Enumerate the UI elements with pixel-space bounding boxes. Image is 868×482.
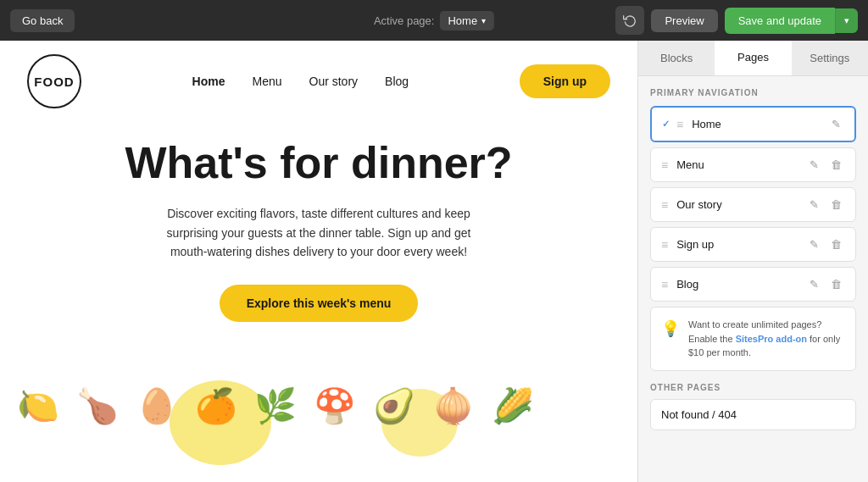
nav-item-home-label: Home bbox=[692, 118, 821, 130]
other-page-item-404[interactable]: Not found / 404 bbox=[650, 399, 856, 430]
site-signup-button[interactable]: Sign up bbox=[520, 64, 610, 98]
topbar-left: Go back bbox=[10, 9, 75, 32]
food-item-6: 🍄 bbox=[305, 363, 364, 448]
nav-item-home-wrapper: ✓ ≡ Home ✎ bbox=[650, 106, 856, 142]
nav-item-signup-label: Sign up bbox=[676, 238, 799, 251]
nav-item-menu-actions: ✎ 🗑 bbox=[806, 157, 845, 173]
drag-handle-home: ≡ bbox=[676, 118, 683, 131]
save-update-group: Save and update ▾ bbox=[725, 8, 858, 34]
panel-tabs: Blocks Pages Settings bbox=[638, 41, 868, 76]
tab-blocks[interactable]: Blocks bbox=[638, 41, 715, 75]
nav-item-blog-actions: ✎ 🗑 bbox=[806, 276, 845, 292]
nav-item-our-story-delete[interactable]: 🗑 bbox=[827, 197, 845, 213]
nav-item-home-actions: ✎ bbox=[828, 116, 844, 132]
other-pages-label: OTHER PAGES bbox=[650, 383, 856, 392]
food-item-5: 🌿 bbox=[246, 363, 305, 448]
nav-item-blog-edit[interactable]: ✎ bbox=[806, 276, 822, 292]
active-page-name-text: Home bbox=[448, 14, 477, 27]
nav-item-signup-actions: ✎ 🗑 bbox=[806, 236, 845, 252]
lightbulb-icon: 💡 bbox=[661, 319, 680, 338]
site-hero: What's for dinner? Discover exciting fla… bbox=[0, 122, 637, 335]
preview-area: FOOD Home Menu Our story Blog Sign up Wh… bbox=[0, 41, 637, 482]
nav-item-our-story[interactable]: ≡ Our story ✎ 🗑 bbox=[650, 187, 856, 222]
nav-item-blog-delete[interactable]: 🗑 bbox=[827, 276, 845, 292]
tab-pages[interactable]: Pages bbox=[715, 41, 791, 75]
nav-link-our-story[interactable]: Our story bbox=[309, 75, 359, 88]
site-logo: FOOD bbox=[27, 54, 81, 108]
nav-item-our-story-actions: ✎ 🗑 bbox=[806, 197, 845, 213]
nav-item-menu-label: Menu bbox=[676, 158, 799, 171]
topbar: Go back Active page: Home ▾ Preview Save… bbox=[0, 0, 868, 41]
nav-item-blog[interactable]: ≡ Blog ✎ 🗑 bbox=[650, 267, 856, 302]
tab-settings[interactable]: Settings bbox=[792, 41, 868, 75]
drag-handle-signup: ≡ bbox=[661, 238, 668, 252]
active-page-selector[interactable]: Home ▾ bbox=[439, 11, 494, 30]
drag-handle-menu: ≡ bbox=[661, 158, 668, 172]
main-layout: FOOD Home Menu Our story Blog Sign up Wh… bbox=[0, 41, 868, 482]
promo-box: 💡 Want to create unlimited pages? Enable… bbox=[650, 307, 856, 371]
food-row: 🍋 🍗 🥚 🍊 🌿 🍄 🥑 🧅 🌽 bbox=[0, 363, 637, 448]
history-button[interactable] bbox=[615, 6, 644, 35]
food-illustrations: 🍋 🍗 🥚 🍊 🌿 🍄 🥑 🧅 🌽 bbox=[0, 363, 637, 482]
promo-text: Want to create unlimited pages? Enable t… bbox=[688, 318, 845, 360]
save-update-dropdown-button[interactable]: ▾ bbox=[835, 8, 858, 33]
chevron-down-icon: ▾ bbox=[481, 16, 486, 25]
go-back-button[interactable]: Go back bbox=[10, 9, 75, 32]
hero-title: What's for dinner? bbox=[125, 139, 512, 187]
food-item-1: 🍋 bbox=[8, 363, 68, 448]
nav-item-signup[interactable]: ≡ Sign up ✎ 🗑 bbox=[650, 227, 856, 262]
food-item-2: 🍗 bbox=[68, 363, 127, 448]
nav-item-home[interactable]: ✓ ≡ Home ✎ bbox=[650, 106, 856, 142]
nav-item-menu[interactable]: ≡ Menu ✎ 🗑 bbox=[650, 147, 856, 182]
nav-link-blog[interactable]: Blog bbox=[385, 75, 409, 88]
nav-item-signup-edit[interactable]: ✎ bbox=[806, 236, 822, 252]
nav-item-our-story-label: Our story bbox=[676, 198, 799, 211]
panel-content: PRIMARY NAVIGATION ✓ ≡ Home ✎ ≡ Menu ✎ bbox=[638, 76, 868, 482]
drag-handle-our-story: ≡ bbox=[661, 198, 668, 212]
topbar-center: Active page: Home ▾ bbox=[374, 11, 494, 30]
nav-item-signup-delete[interactable]: 🗑 bbox=[827, 236, 845, 252]
drag-handle-blog: ≡ bbox=[661, 278, 668, 291]
explore-button[interactable]: Explore this week's menu bbox=[220, 285, 419, 322]
preview-button[interactable]: Preview bbox=[651, 9, 717, 32]
nav-item-our-story-edit[interactable]: ✎ bbox=[806, 197, 822, 213]
promo-link[interactable]: SitesPro add-on bbox=[736, 334, 807, 344]
food-item-7: 🥑 bbox=[364, 363, 424, 448]
food-item-4: 🍊 bbox=[186, 363, 246, 448]
save-update-button[interactable]: Save and update bbox=[725, 8, 835, 34]
site-navbar: FOOD Home Menu Our story Blog Sign up bbox=[0, 41, 637, 122]
site-nav-links: Home Menu Our story Blog bbox=[192, 75, 409, 88]
food-item-3: 🥚 bbox=[127, 363, 186, 448]
topbar-right: Preview Save and update ▾ bbox=[615, 6, 858, 35]
hero-subtitle: Discover exciting flavors, taste differe… bbox=[158, 204, 480, 261]
nav-link-menu[interactable]: Menu bbox=[252, 75, 281, 88]
active-check-icon: ✓ bbox=[662, 119, 670, 130]
nav-item-blog-label: Blog bbox=[676, 278, 799, 291]
food-item-9: 🌽 bbox=[483, 363, 542, 448]
nav-item-menu-delete[interactable]: 🗑 bbox=[827, 157, 845, 173]
nav-link-home[interactable]: Home bbox=[192, 75, 225, 88]
right-panel: Blocks Pages Settings PRIMARY NAVIGATION… bbox=[637, 41, 868, 482]
nav-item-menu-edit[interactable]: ✎ bbox=[806, 157, 822, 173]
active-page-label: Active page: bbox=[374, 14, 435, 27]
food-item-8: 🧅 bbox=[424, 363, 483, 448]
primary-nav-label: PRIMARY NAVIGATION bbox=[650, 88, 856, 97]
nav-item-home-edit[interactable]: ✎ bbox=[828, 116, 844, 132]
